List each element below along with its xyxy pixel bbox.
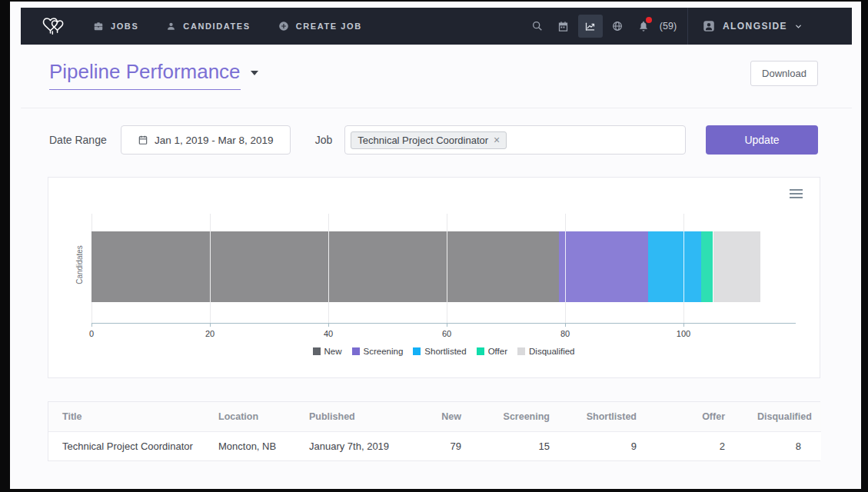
job-label: Job (315, 134, 333, 146)
chevron-down-icon (794, 22, 803, 31)
x-axis-tick (683, 323, 684, 327)
report-title-dropdown[interactable]: Pipeline Performance (49, 60, 258, 90)
x-axis-tick-label: 20 (195, 329, 225, 338)
user-badge-icon (702, 19, 716, 33)
navbar-right: (59) ALONGSIDE (524, 8, 852, 45)
job-tag-label: Technical Project Coordinator (358, 135, 488, 146)
notification-count[interactable]: (59) (660, 21, 677, 32)
col-header-title: Title (48, 402, 206, 432)
legend-label: Shortlisted (424, 347, 466, 356)
legend-item-new[interactable]: New (313, 347, 342, 356)
table-header-row: Title Location Published New Screening S… (48, 402, 821, 432)
chart-legend: New Screening Shortlisted Offer Disquali… (91, 347, 796, 356)
remove-tag-icon[interactable]: × (494, 135, 500, 145)
calendar-small-icon (138, 135, 148, 145)
col-header-new: New (412, 402, 481, 432)
legend-label: Offer (488, 347, 507, 356)
download-button[interactable]: Download (750, 61, 818, 86)
x-axis-tick (565, 323, 566, 327)
gridline-overlay (683, 231, 684, 302)
header-divider (21, 108, 852, 108)
legend-label: New (324, 347, 342, 356)
app-screen: JOBS CANDIDATES CREATE JOB (10, 2, 861, 489)
navbar-divider (687, 8, 688, 45)
reports-icon-active[interactable] (578, 15, 603, 38)
col-header-screening: Screening (481, 402, 570, 432)
col-header-offer: Offer (657, 402, 745, 432)
nav-item-label: CREATE JOB (296, 22, 362, 31)
caret-down-icon (251, 71, 258, 75)
date-range-input[interactable]: Jan 1, 2019 - Mar 8, 2019 (121, 125, 291, 155)
cell-offer: 2 (657, 432, 745, 461)
col-header-shortlisted: Shortlisted (570, 402, 657, 432)
nav-item-label: CANDIDATES (183, 22, 250, 31)
nav-item-candidates[interactable]: CANDIDATES (166, 22, 250, 32)
calendar-icon[interactable] (550, 21, 577, 32)
bar-segment-new[interactable] (91, 231, 559, 302)
hearts-logo-icon (41, 15, 67, 38)
legend-item-offer[interactable]: Offer (477, 347, 507, 356)
bar-segment-shortlisted[interactable] (648, 231, 701, 302)
table-row[interactable]: Technical Project Coordinator Moncton, N… (48, 432, 821, 461)
bar-segment-screening[interactable] (559, 231, 648, 302)
gridline-overlay (210, 231, 211, 302)
cell-shortlisted: 9 (570, 432, 657, 461)
gridline-overlay (328, 231, 329, 302)
x-axis-tick (210, 323, 211, 327)
cell-location: Moncton, NB (206, 432, 297, 461)
results-table: Title Location Published New Screening S… (48, 402, 821, 460)
results-table-panel: Title Location Published New Screening S… (48, 401, 820, 461)
account-menu[interactable]: ALONGSIDE (702, 19, 852, 33)
legend-swatch-icon (413, 347, 421, 355)
bell-icon (637, 20, 650, 32)
x-axis-tick-label: 40 (313, 329, 344, 338)
x-axis-line (91, 323, 796, 324)
legend-item-screening[interactable]: Screening (352, 347, 404, 356)
cell-disqualified: 8 (745, 432, 821, 461)
cell-screening: 15 (481, 432, 570, 461)
search-icon[interactable] (524, 20, 550, 32)
x-axis-tick-label: 80 (550, 329, 580, 338)
legend-item-shortlisted[interactable]: Shortlisted (413, 347, 466, 356)
cell-published: January 7th, 2019 (297, 432, 412, 461)
date-range-value: Jan 1, 2019 - Mar 8, 2019 (155, 135, 274, 146)
legend-swatch-icon (477, 347, 484, 355)
legend-swatch-icon (313, 347, 321, 355)
update-button[interactable]: Update (706, 125, 818, 155)
bar-segment-offer[interactable] (701, 231, 713, 302)
col-header-disqualified: Disqualified (745, 402, 821, 432)
chart-panel: Candidates 020406080100 New Screening Sh… (48, 177, 820, 378)
gridline-overlay (565, 231, 566, 302)
date-range-label: Date Range (49, 134, 107, 146)
notifications-bell[interactable] (630, 20, 657, 32)
cell-new: 79 (412, 432, 481, 461)
legend-item-disqualified[interactable]: Disqualified (517, 347, 574, 356)
globe-icon[interactable] (604, 20, 630, 32)
x-axis-tick (91, 323, 92, 327)
notification-dot (646, 17, 652, 23)
bar-segment-disqualified[interactable] (713, 231, 761, 302)
top-navbar: JOBS CANDIDATES CREATE JOB (21, 8, 852, 45)
x-axis-tick-label: 0 (76, 329, 107, 338)
briefcase-icon (93, 21, 104, 32)
gridline-overlay (447, 231, 447, 302)
job-tag: Technical Project Coordinator × (351, 131, 507, 149)
nav-item-create-job[interactable]: CREATE JOB (278, 21, 362, 32)
x-axis-tick (328, 323, 329, 327)
legend-label: Disqualified (529, 347, 574, 356)
plus-circle-icon (278, 21, 289, 32)
line-chart-icon (584, 21, 597, 32)
col-header-location: Location (206, 402, 297, 432)
page-title: Pipeline Performance (49, 60, 241, 90)
x-axis-tick-label: 100 (668, 329, 699, 338)
filter-bar: Date Range Jan 1, 2019 - Mar 8, 2019 Job… (49, 125, 818, 155)
nav-item-label: JOBS (111, 22, 138, 31)
nav-item-jobs[interactable]: JOBS (93, 21, 138, 32)
legend-swatch-icon (352, 347, 360, 355)
job-select-input[interactable]: Technical Project Coordinator × (344, 125, 686, 155)
x-axis-tick (447, 323, 447, 327)
account-name: ALONGSIDE (723, 21, 787, 32)
brand-logo[interactable] (41, 15, 67, 38)
browser-frame: JOBS CANDIDATES CREATE JOB (0, 0, 868, 492)
cell-title[interactable]: Technical Project Coordinator (48, 432, 206, 461)
